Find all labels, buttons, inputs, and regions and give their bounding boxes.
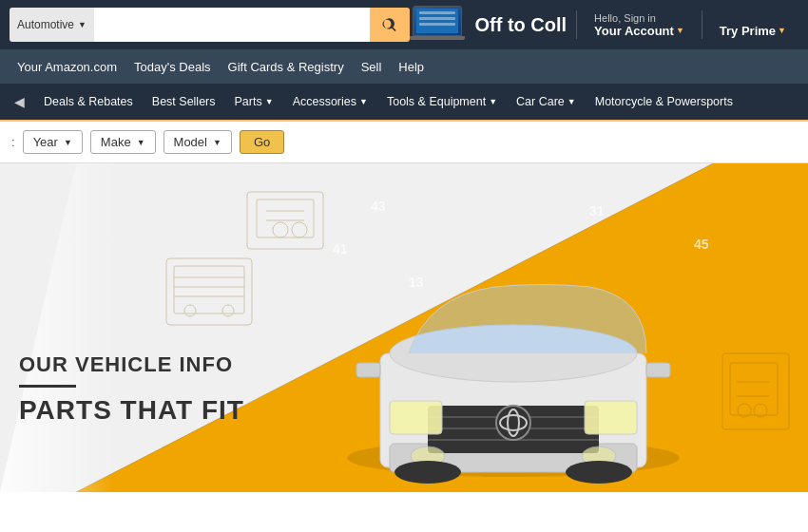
svg-point-46: [394, 461, 461, 484]
nav-item-amazon[interactable]: Your Amazon.com: [10, 54, 125, 80]
svg-text:43: 43: [371, 199, 386, 214]
cat-item-0[interactable]: Deals & Rebates: [34, 87, 143, 116]
hero-line1: OUR VEHICLE INFO: [19, 352, 244, 377]
parts-caret: ▼: [265, 97, 274, 106]
laptop-base: [410, 36, 465, 40]
promo-text[interactable]: Off to Coll: [474, 14, 567, 36]
hero-text: OUR VEHICLE INFO PARTS THAT FIT: [19, 352, 244, 426]
promo-banner[interactable]: [410, 6, 465, 44]
tools-caret: ▼: [489, 97, 497, 106]
nav-item-giftcards[interactable]: Gift Cards & Registry: [221, 54, 352, 80]
try-prime-section[interactable]: Try Prime ▼: [712, 12, 794, 38]
laptop-screen-content: [416, 9, 458, 33]
cat-item-6[interactable]: Motorcycle & Powersports: [586, 87, 742, 116]
screen-line-3: [419, 23, 455, 26]
cat-left-overflow: ◀: [5, 86, 34, 117]
svg-rect-41: [585, 401, 637, 434]
nav-divider-2: [702, 10, 702, 39]
svg-text:41: 41: [333, 241, 348, 256]
cat-item-5[interactable]: Car Care ▼: [507, 87, 586, 116]
hero-line2: PARTS THAT FIT: [19, 395, 244, 426]
account-name: Your Account ▼: [594, 24, 684, 38]
model-caret: ▼: [213, 138, 221, 147]
try-prime-empty: [720, 12, 786, 24]
screen-line-1: [419, 11, 455, 14]
search-container: Automotive ▼: [10, 8, 410, 42]
svg-rect-44: [356, 363, 380, 377]
nav-divider: [576, 10, 577, 39]
nav-item-deals[interactable]: Today's Deals: [126, 54, 219, 80]
year-select[interactable]: Year ▼: [23, 130, 83, 154]
svg-text:45: 45: [694, 237, 709, 252]
nav-item-help[interactable]: Help: [391, 54, 432, 80]
cat-item-1[interactable]: Best Sellers: [143, 87, 225, 116]
account-hello: Hello, Sign in: [594, 12, 684, 24]
top-right-nav: Off to Coll Hello, Sign in Your Account …: [410, 6, 798, 44]
try-prime-caret: ▼: [778, 26, 786, 35]
account-section[interactable]: Hello, Sign in Your Account ▼: [587, 12, 692, 38]
hero-divider: [19, 385, 76, 388]
svg-text:13: 13: [409, 275, 424, 290]
vehicle-colon: :: [11, 135, 15, 149]
screen-line-2: [419, 17, 455, 20]
laptop-screen: [413, 6, 462, 36]
carcare-caret: ▼: [568, 97, 576, 106]
search-category-dropdown[interactable]: Automotive ▼: [10, 8, 94, 42]
search-button[interactable]: [370, 8, 410, 42]
try-prime-label: Try Prime ▼: [720, 24, 786, 38]
svg-rect-40: [390, 401, 442, 434]
cat-item-4[interactable]: Tools & Equipment ▼: [377, 87, 507, 116]
account-caret: ▼: [676, 26, 684, 35]
accessories-caret: ▼: [359, 97, 368, 106]
hero-banner: 43 31 45 41 13 10: [0, 163, 808, 492]
go-button[interactable]: Go: [240, 130, 284, 154]
cat-item-2[interactable]: Parts ▼: [225, 87, 283, 116]
search-input[interactable]: [94, 8, 371, 42]
make-caret: ▼: [137, 138, 145, 147]
category-nav: ◀ Deals & Rebates Best Sellers Parts ▼ A…: [0, 84, 808, 122]
search-category-label: Automotive: [17, 18, 74, 31]
svg-point-37: [496, 406, 530, 440]
make-select[interactable]: Make ▼: [90, 130, 156, 154]
model-select[interactable]: Model ▼: [164, 130, 232, 154]
cat-item-3[interactable]: Accessories ▼: [283, 87, 377, 116]
hero-background-svg: 43 31 45 41 13 10: [0, 163, 808, 492]
year-caret: ▼: [64, 138, 72, 147]
nav-bar: Your Amazon.com Today's Deals Gift Cards…: [0, 49, 808, 84]
vehicle-selector-bar: : Year ▼ Make ▼ Model ▼ Go: [0, 122, 808, 163]
svg-text:31: 31: [589, 203, 605, 218]
top-bar: Automotive ▼ Off to Coll He: [0, 0, 808, 49]
search-category-caret: ▼: [78, 20, 87, 29]
search-icon: [381, 16, 398, 33]
nav-item-sell[interactable]: Sell: [354, 54, 390, 80]
svg-point-47: [566, 461, 632, 484]
svg-rect-45: [646, 363, 670, 377]
